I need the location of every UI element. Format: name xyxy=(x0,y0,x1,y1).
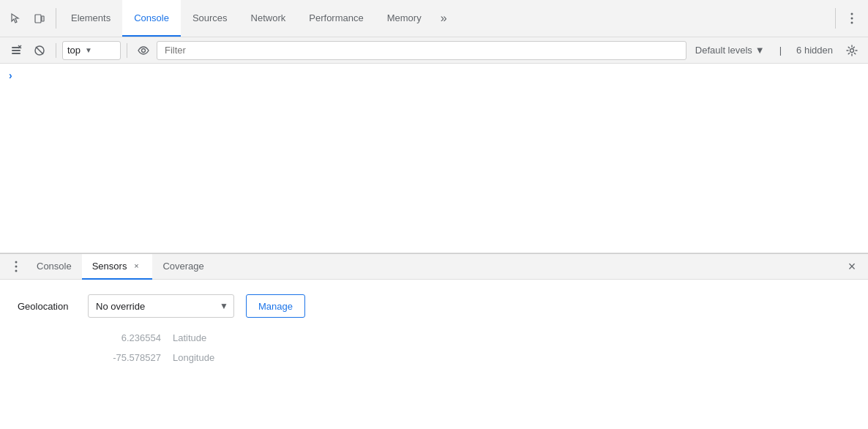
svg-point-4 xyxy=(851,22,853,24)
svg-point-16 xyxy=(15,270,18,272)
manage-button[interactable]: Manage xyxy=(246,294,305,318)
top-toolbar: Elements Console Sources Network Perform… xyxy=(0,0,868,37)
svg-rect-6 xyxy=(12,50,20,51)
log-levels-button[interactable]: Default levels ▼ xyxy=(689,43,771,57)
levels-label: Default levels xyxy=(695,45,752,56)
more-tabs-button[interactable]: » xyxy=(433,0,454,37)
device-toggle-button[interactable] xyxy=(29,8,50,29)
svg-rect-7 xyxy=(12,53,20,54)
drawer-menu-button[interactable] xyxy=(6,256,26,277)
tab-sources[interactable]: Sources xyxy=(181,0,239,37)
no-stop-button[interactable] xyxy=(29,40,50,61)
console-main-area[interactable]: › xyxy=(0,64,868,253)
latitude-value: 6.236554 xyxy=(88,332,161,343)
tab-network[interactable]: Network xyxy=(239,0,298,37)
filter-area xyxy=(157,41,686,60)
drawer-tab-sensors-label: Sensors xyxy=(92,261,127,272)
prompt-arrow-icon: › xyxy=(9,70,12,81)
geolocation-select[interactable]: No override Berlin London Moscow Mountai… xyxy=(88,294,234,318)
bottom-drawer: Console Sensors × Coverage × Geolocation… xyxy=(0,253,868,429)
levels-chevron-icon: ▼ xyxy=(755,45,765,56)
geolocation-select-wrapper: No override Berlin London Moscow Mountai… xyxy=(88,294,234,318)
main-nav-tabs: Elements Console Sources Network Perform… xyxy=(59,0,832,37)
svg-rect-0 xyxy=(35,15,41,23)
live-expression-button[interactable] xyxy=(133,40,154,61)
context-selector[interactable]: top ▼ xyxy=(62,41,121,60)
drawer-tab-console[interactable]: Console xyxy=(26,254,82,280)
sensors-panel-content: Geolocation No override Berlin London Mo… xyxy=(0,280,868,429)
tab-performance[interactable]: Performance xyxy=(297,0,375,37)
longitude-label: Longitude xyxy=(173,352,214,363)
svg-point-14 xyxy=(15,261,18,264)
drawer-tab-coverage-label: Coverage xyxy=(162,261,203,272)
svg-point-3 xyxy=(851,18,853,20)
hidden-count-value: 6 hidden xyxy=(790,45,839,56)
clear-console-button[interactable] xyxy=(6,40,26,61)
console-toolbar: top ▼ Default levels ▼ | 6 hidden xyxy=(0,37,868,64)
svg-point-13 xyxy=(850,48,854,52)
toolbar-icon-group xyxy=(6,8,56,29)
svg-point-2 xyxy=(851,13,853,15)
drawer-tab-console-label: Console xyxy=(37,261,72,272)
drawer-tabs-bar: Console Sensors × Coverage × xyxy=(0,254,868,280)
tab-memory[interactable]: Memory xyxy=(375,0,433,37)
latitude-label: Latitude xyxy=(173,332,206,343)
toolbar-separator-1 xyxy=(56,43,56,58)
drawer-tab-sensors-close[interactable]: × xyxy=(130,260,142,272)
geolocation-row: Geolocation No override Berlin London Mo… xyxy=(18,294,850,318)
drawer-close-button[interactable]: × xyxy=(842,256,862,277)
svg-point-15 xyxy=(15,266,18,268)
chevron-down-icon: ▼ xyxy=(85,46,92,54)
tab-console[interactable]: Console xyxy=(122,0,181,37)
drawer-tab-sensors[interactable]: Sensors × xyxy=(82,254,153,280)
longitude-value: -75.578527 xyxy=(88,352,161,363)
geolocation-label: Geolocation xyxy=(18,301,76,312)
tab-elements[interactable]: Elements xyxy=(59,0,122,37)
svg-rect-1 xyxy=(42,16,44,21)
toolbar-separator-2 xyxy=(127,43,127,58)
latitude-row: 6.236554 Latitude xyxy=(18,332,850,343)
drawer-tab-coverage[interactable]: Coverage xyxy=(152,254,214,280)
longitude-row: -75.578527 Longitude xyxy=(18,352,850,363)
toolbar-right-icons xyxy=(835,8,862,29)
hidden-count-label: | xyxy=(774,45,787,56)
filter-input[interactable] xyxy=(162,41,681,60)
context-label: top xyxy=(67,45,81,56)
more-options-button[interactable] xyxy=(842,8,862,29)
inspect-element-button[interactable] xyxy=(6,8,26,29)
console-settings-button[interactable] xyxy=(842,40,862,61)
svg-point-12 xyxy=(142,48,146,52)
console-prompt: › xyxy=(9,70,859,81)
svg-line-11 xyxy=(36,47,43,54)
